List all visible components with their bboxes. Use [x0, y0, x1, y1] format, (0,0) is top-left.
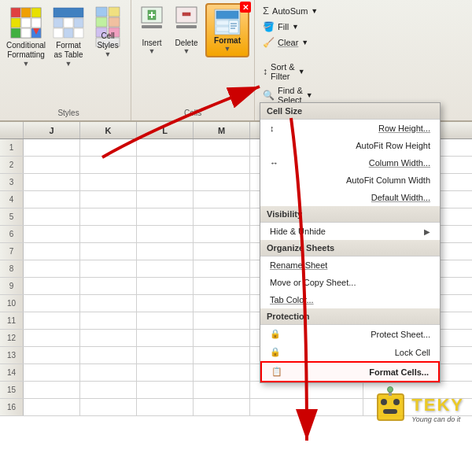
cell[interactable]: [194, 226, 250, 242]
cell[interactable]: [307, 399, 363, 415]
cell[interactable]: [80, 208, 137, 225]
cell[interactable]: [137, 191, 194, 208]
cell[interactable]: [24, 208, 80, 225]
column-width-item[interactable]: ↔ Column Width...: [260, 154, 440, 172]
cell[interactable]: [250, 399, 307, 415]
cell[interactable]: [137, 347, 194, 363]
cell[interactable]: [137, 174, 194, 190]
cell[interactable]: [24, 139, 80, 156]
cell[interactable]: [137, 260, 194, 277]
cell[interactable]: [80, 295, 137, 312]
cell[interactable]: [24, 226, 80, 242]
cell-styles-label: CellStyles: [97, 31, 118, 50]
format-cells-item[interactable]: 📋 Format Cells...: [260, 361, 440, 382]
cell[interactable]: [137, 278, 194, 294]
cell[interactable]: [80, 399, 137, 415]
autosum-button[interactable]: Σ AutoSum ▼: [258, 3, 323, 18]
cell[interactable]: [24, 191, 80, 208]
cell[interactable]: [194, 191, 250, 208]
cell[interactable]: [194, 278, 250, 294]
insert-button[interactable]: Insert ▼: [136, 3, 168, 57]
cell-styles-button[interactable]: CellStyles ▼: [88, 3, 127, 61]
fill-button[interactable]: 🪣 Fill ▼: [258, 20, 323, 34]
cell[interactable]: [80, 364, 137, 381]
cell[interactable]: [137, 330, 194, 346]
lock-cell-item[interactable]: 🔒 Lock Cell: [260, 343, 440, 361]
cell[interactable]: [194, 260, 250, 277]
cell[interactable]: [24, 347, 80, 363]
delete-label: Delete: [175, 39, 198, 47]
cell[interactable]: [24, 174, 80, 190]
svg-rect-29: [142, 25, 162, 28]
cell[interactable]: [194, 139, 250, 156]
cell[interactable]: [194, 399, 250, 415]
protect-sheet-item[interactable]: 🔒 Protect Sheet...: [260, 325, 440, 343]
cell[interactable]: [137, 312, 194, 329]
cell[interactable]: [137, 226, 194, 242]
cell[interactable]: [24, 157, 80, 173]
cell[interactable]: [194, 347, 250, 363]
cell[interactable]: [80, 174, 137, 190]
cell[interactable]: [80, 347, 137, 363]
format-as-table-button[interactable]: Formatas Table ▼: [49, 3, 88, 71]
cell[interactable]: [24, 278, 80, 294]
move-copy-sheet-item[interactable]: Move or Copy Sheet...: [260, 274, 440, 291]
cell[interactable]: [24, 295, 80, 312]
cell[interactable]: [80, 157, 137, 173]
svg-rect-14: [74, 18, 83, 28]
cell[interactable]: [24, 330, 80, 346]
sort-filter-button[interactable]: ↕ Sort &Filter ▼: [258, 61, 323, 83]
cell[interactable]: [24, 243, 80, 260]
clear-button[interactable]: 🧹 Clear ▼: [258, 35, 323, 50]
cell[interactable]: [24, 312, 80, 329]
cell[interactable]: [80, 312, 137, 329]
cell[interactable]: [194, 174, 250, 190]
cell[interactable]: [194, 243, 250, 260]
autofit-column-width-item[interactable]: ↔ AutoFit Column Width: [260, 172, 440, 189]
format-dropdown-menu: Cell Size ↕ Row Height... ↕ AutoFit Row …: [260, 102, 441, 383]
default-width-item[interactable]: ↔ Default Width...: [260, 189, 440, 206]
cell[interactable]: [24, 364, 80, 381]
cell[interactable]: [194, 312, 250, 329]
cell[interactable]: [250, 382, 307, 398]
cell[interactable]: [80, 139, 137, 156]
cell[interactable]: [137, 364, 194, 381]
cell[interactable]: [137, 139, 194, 156]
cell[interactable]: [194, 157, 250, 173]
cell[interactable]: [80, 191, 137, 208]
cell[interactable]: [194, 364, 250, 381]
conditional-formatting-button[interactable]: Conditional Formatting ▼: [3, 3, 49, 71]
cell[interactable]: [137, 208, 194, 225]
cell[interactable]: [137, 382, 194, 398]
cell[interactable]: [137, 157, 194, 173]
tab-color-item[interactable]: Tab Color...: [260, 291, 440, 308]
svg-rect-3: [31, 8, 41, 17]
cell[interactable]: [307, 382, 363, 398]
row-height-item[interactable]: ↕ Row Height...: [260, 120, 440, 137]
cell[interactable]: [80, 226, 137, 242]
cell[interactable]: [137, 243, 194, 260]
cell[interactable]: [80, 382, 137, 398]
cell[interactable]: [194, 330, 250, 346]
cell[interactable]: [24, 399, 80, 415]
cell[interactable]: [80, 260, 137, 277]
autofit-row-height-item[interactable]: ↕ AutoFit Row Height: [260, 137, 440, 154]
cell[interactable]: [80, 243, 137, 260]
col-header-k: K: [80, 122, 137, 138]
rename-sheet-item[interactable]: Rename Sheet: [260, 256, 440, 274]
svg-rect-18: [96, 7, 107, 17]
cell[interactable]: [137, 399, 194, 415]
cell[interactable]: [24, 260, 80, 277]
svg-rect-34: [216, 11, 238, 19]
delete-button[interactable]: Delete ▼: [171, 3, 202, 57]
cell[interactable]: [137, 295, 194, 312]
cell[interactable]: [194, 295, 250, 312]
cell[interactable]: [80, 330, 137, 346]
cell[interactable]: [194, 382, 250, 398]
svg-rect-2: [21, 8, 31, 17]
hide-unhide-item[interactable]: Hide & Unhide ▶: [260, 223, 440, 240]
col-header-m: M: [194, 122, 250, 138]
cell[interactable]: [24, 382, 80, 398]
cell[interactable]: [80, 278, 137, 294]
cell[interactable]: [194, 208, 250, 225]
